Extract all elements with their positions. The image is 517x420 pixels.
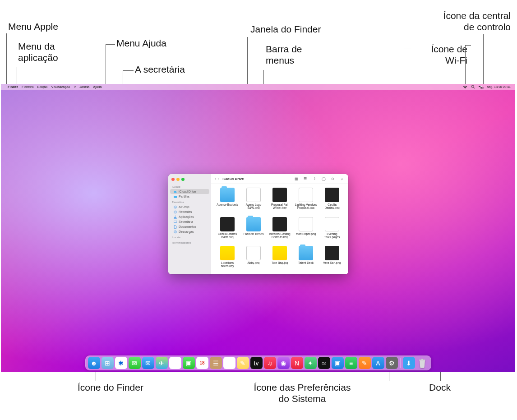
menu-bar: Finder Ficheiro Edição Visualização Ir J… <box>1 84 515 90</box>
file-name: Agency Budgets <box>216 203 239 206</box>
menu-ficheiro[interactable]: Ficheiro <box>20 85 36 89</box>
file-thumbnail <box>220 246 235 260</box>
svg-rect-13 <box>421 359 424 360</box>
dock-maps-icon[interactable]: ✈ <box>156 357 168 369</box>
close-icon[interactable] <box>171 178 175 181</box>
dock-news-icon[interactable]: N <box>291 357 303 369</box>
sidebar-item-secretaria[interactable]: Secretária <box>170 219 209 224</box>
view-grid-icon[interactable]: ▦ <box>293 177 300 181</box>
chevron-left-icon[interactable]: ‹ <box>215 177 216 181</box>
sidebar-item-airdrop[interactable]: AirDrop <box>170 204 209 209</box>
spotlight-icon[interactable] <box>469 85 477 89</box>
dock-trash-icon[interactable] <box>416 357 429 369</box>
file-item[interactable]: Locations Notes.key <box>216 246 239 272</box>
dock-launchpad-icon[interactable]: ⊞ <box>102 357 114 369</box>
file-item[interactable]: Evening Talks.pages <box>320 217 344 244</box>
dock-tv-icon[interactable]: tv <box>250 357 263 369</box>
minimize-icon[interactable] <box>176 178 180 181</box>
dock-contacts-icon[interactable]: ☰ <box>210 357 222 369</box>
finder-window[interactable]: iCloud iCloud Drive Partilha Favoritos A… <box>168 174 348 274</box>
sidebar-item-icloud-drive[interactable]: iCloud Drive <box>170 189 209 194</box>
sidebar-item-aplicacoes[interactable]: Aplicações <box>170 214 209 219</box>
svg-line-1 <box>473 88 474 88</box>
dock-mail-icon[interactable]: ✉ <box>142 357 154 369</box>
label-finder-icon: Ícone do Finder <box>70 382 151 393</box>
file-item[interactable]: Matt Roper.png <box>294 217 318 244</box>
label-finder-window: Janela do Finder <box>250 23 321 35</box>
dock-messages-icon[interactable]: ✉ <box>129 357 141 369</box>
menu-visualizacao[interactable]: Visualização <box>50 85 72 89</box>
sidebar-item-label: Recentes <box>179 210 192 213</box>
dock-facetime-icon[interactable]: ▣ <box>183 357 195 369</box>
file-item[interactable]: Proposal Fall Winter.key <box>268 188 291 214</box>
share-icon[interactable]: ⇪ <box>312 177 318 181</box>
file-item[interactable]: Tote Bag.jpg <box>268 246 291 272</box>
dock-numbers-icon[interactable]: ≡ <box>345 357 357 369</box>
zoom-icon[interactable] <box>181 178 185 181</box>
menu-edicao[interactable]: Edição <box>36 85 50 89</box>
sidebar-item-partilha[interactable]: Partilha <box>170 194 209 199</box>
file-item[interactable]: Agency Budgets <box>216 188 239 214</box>
file-item[interactable]: Talent Deck <box>294 246 318 272</box>
label-help-menu: Menu Ajuda <box>116 37 166 49</box>
dock-music-icon[interactable]: ♫ <box>264 357 276 369</box>
file-name: Tote Bag.jpg <box>268 261 291 264</box>
control-center-icon[interactable] <box>477 85 485 89</box>
dock-finder-icon[interactable]: ☻ <box>88 357 100 369</box>
dock-appstore-icon[interactable]: A <box>372 357 384 369</box>
group-icon[interactable]: ☰ˇ <box>302 177 309 181</box>
chevron-right-icon[interactable]: › <box>218 177 219 181</box>
dock-reminders-icon[interactable]: ≣ <box>223 357 235 369</box>
apps-icon <box>174 215 177 218</box>
dock-pages-icon[interactable]: ✎ <box>359 357 371 369</box>
label-apple-menu: Menu Apple <box>8 21 58 32</box>
finder-files-grid: Agency BudgetsAgeny Logo B&W.pngProposal… <box>211 184 348 274</box>
dock-notes-icon[interactable]: ✎ <box>237 357 249 369</box>
sidebar-section-identificadores: Identificadores <box>168 240 211 245</box>
sidebar-section-locais: Locais <box>168 234 211 240</box>
file-name: Evening Talks.pages <box>320 232 344 239</box>
dock-podcasts-icon[interactable]: ◉ <box>277 357 290 369</box>
sidebar-section-favoritos: Favoritos <box>168 199 211 204</box>
search-icon[interactable]: ⌕ <box>340 177 345 181</box>
svg-rect-6 <box>174 195 177 198</box>
dock-stocks-icon[interactable]: ≃ <box>318 357 330 369</box>
dock-safari-icon[interactable]: ✱ <box>115 357 127 369</box>
dock-calendar-icon[interactable]: 18 <box>196 357 208 369</box>
dock-separator <box>400 358 401 368</box>
sidebar-section-icloud: iCloud <box>168 184 211 189</box>
action-icon[interactable]: ⊖ˇ <box>330 177 337 181</box>
dock-keynote-icon[interactable]: ▣ <box>332 357 344 369</box>
sidebar-item-label: Descargas <box>179 230 194 233</box>
wifi-icon[interactable] <box>461 85 469 89</box>
file-thumbnail <box>299 188 313 202</box>
file-item[interactable]: Cecilia Dantas B&W.png <box>216 217 239 244</box>
nav-back-forward[interactable]: ‹ › <box>215 177 219 181</box>
sidebar-item-label: iCloud Drive <box>179 190 196 193</box>
file-item[interactable]: Abby.png <box>242 246 265 272</box>
menubar-datetime[interactable]: seg. 18/10 09:41 <box>485 85 512 88</box>
file-name: Interiors Casting Portraits.key <box>268 232 291 239</box>
svg-point-5 <box>480 87 481 88</box>
file-item[interactable]: Lighting Vendors Proposal.doc <box>294 188 318 214</box>
app-menu-finder[interactable]: Finder <box>6 85 20 89</box>
sidebar-item-recentes[interactable]: Recentes <box>170 209 209 214</box>
clock-icon <box>174 210 177 213</box>
svg-rect-12 <box>419 360 425 360</box>
dock-photos-icon[interactable]: ✿ <box>169 357 181 369</box>
dock-books-icon[interactable]: ✦ <box>305 357 317 369</box>
sidebar-item-documentos[interactable]: Documentos <box>170 224 209 229</box>
window-controls[interactable] <box>168 177 211 184</box>
file-item[interactable]: Cecilia Dantas.png <box>320 188 344 214</box>
file-item[interactable]: Fashion Trends <box>242 217 265 244</box>
sidebar-item-descargas[interactable]: Descargas <box>170 229 209 234</box>
menu-ir[interactable]: Ir <box>72 85 78 89</box>
tag-icon[interactable]: ◯ <box>320 177 327 181</box>
file-item[interactable]: Ageny Logo B&W.png <box>242 188 265 214</box>
file-item[interactable]: Interiors Casting Portraits.key <box>268 217 291 244</box>
menu-janela[interactable]: Janela <box>78 85 91 89</box>
file-item[interactable]: Vera San.png <box>320 246 344 272</box>
menu-ajuda[interactable]: Ajuda <box>91 85 103 89</box>
dock-downloads-icon[interactable]: ⬇ <box>403 357 415 369</box>
dock-sysprefs-icon[interactable]: ⚙ <box>386 357 398 369</box>
